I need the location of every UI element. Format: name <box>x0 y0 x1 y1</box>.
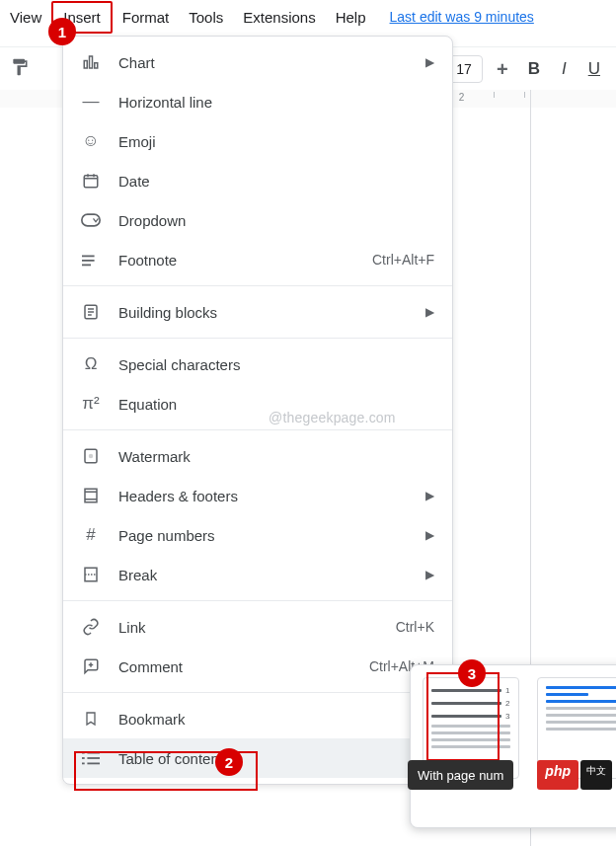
menu-item-bookmark[interactable]: Bookmark <box>63 699 452 738</box>
horizontal-line-icon: — <box>81 92 101 112</box>
menu-label: Emoji <box>118 133 434 150</box>
svg-rect-17 <box>85 489 97 502</box>
menu-label: Dropdown <box>118 212 434 229</box>
menubar: View Insert Format Tools Extensions Help… <box>0 0 616 34</box>
menu-label: Watermark <box>118 448 434 465</box>
menu-item-horizontal-line[interactable]: — Horizontal line <box>63 82 452 121</box>
menu-item-emoji[interactable]: ☺ Emoji <box>63 121 452 161</box>
menu-item-watermark[interactable]: Watermark <box>63 436 452 476</box>
watermark-icon <box>81 446 101 466</box>
menu-label: Break <box>118 567 408 583</box>
php-watermark-badge: php <box>537 760 578 790</box>
menu-item-table-of-contents[interactable]: Table of contents ▶ <box>63 738 452 778</box>
menu-item-date[interactable]: Date <box>63 161 452 200</box>
toc-submenu: 1 2 3 <box>410 664 616 828</box>
cn-watermark-badge: 中文 <box>580 760 612 790</box>
toc-icon <box>81 748 101 768</box>
menu-label: Horizontal line <box>118 94 434 111</box>
menu-item-page-numbers[interactable]: # Page numbers ▶ <box>63 515 452 555</box>
menu-label: Bookmark <box>118 711 434 728</box>
submenu-arrow-icon: ▶ <box>425 305 434 319</box>
callout-3: 3 <box>458 659 486 687</box>
submenu-arrow-icon: ▶ <box>425 528 434 542</box>
svg-rect-0 <box>84 61 87 69</box>
bold-button[interactable]: B <box>522 59 546 79</box>
svg-rect-1 <box>90 56 93 68</box>
ruler-mark: 2 <box>459 92 465 103</box>
menu-label: Building blocks <box>118 304 408 321</box>
menu-label: Special characters <box>118 356 434 373</box>
menu-item-equation[interactable]: π² Equation <box>63 384 452 423</box>
submenu-arrow-icon: ▶ <box>425 568 434 581</box>
break-icon <box>81 565 101 584</box>
menu-label: Headers & footers <box>118 488 408 504</box>
paint-format-icon[interactable] <box>10 57 30 82</box>
chart-icon <box>81 52 101 72</box>
menu-label: Table of contents <box>118 750 408 767</box>
italic-button[interactable]: I <box>556 59 573 79</box>
menu-item-link[interactable]: Link Ctrl+K <box>63 607 452 647</box>
emoji-icon: ☺ <box>81 131 101 151</box>
menu-label: Date <box>118 173 434 190</box>
menu-label: Footnote <box>118 252 354 269</box>
menu-item-dropdown[interactable]: Dropdown <box>63 200 452 240</box>
headers-footers-icon <box>81 486 101 505</box>
menu-label: Comment <box>118 658 351 675</box>
menu-item-comment[interactable]: Comment Ctrl+Alt+M <box>63 647 452 686</box>
font-size-increase[interactable]: + <box>493 58 512 81</box>
menu-label: Equation <box>118 396 434 413</box>
menu-tools[interactable]: Tools <box>179 3 233 32</box>
menu-item-break[interactable]: Break ▶ <box>63 555 452 594</box>
last-edit-link[interactable]: Last edit was 9 minutes <box>390 9 534 25</box>
shortcut: Ctrl+K <box>396 619 434 635</box>
menu-item-footnote[interactable]: Footnote Ctrl+Alt+F <box>63 240 452 279</box>
comment-icon <box>81 656 101 676</box>
menu-label: Chart <box>118 54 408 71</box>
svg-rect-3 <box>84 176 98 188</box>
callout-2: 2 <box>215 748 243 776</box>
footnote-icon <box>81 250 101 269</box>
dropdown-icon <box>81 210 101 230</box>
menu-item-chart[interactable]: Chart ▶ <box>63 42 452 82</box>
menu-help[interactable]: Help <box>326 3 376 32</box>
insert-menu: Chart ▶ — Horizontal line ☺ Emoji Date D… <box>62 36 453 785</box>
svg-point-16 <box>89 454 94 459</box>
building-blocks-icon <box>81 302 101 322</box>
page-numbers-icon: # <box>81 525 101 545</box>
pi-icon: π² <box>81 394 101 414</box>
underline-button[interactable]: U <box>582 59 606 79</box>
submenu-arrow-icon: ▶ <box>425 489 434 502</box>
bookmark-icon <box>81 709 101 729</box>
menu-view[interactable]: View <box>6 3 51 32</box>
calendar-icon <box>81 171 101 191</box>
menu-label: Page numbers <box>118 527 408 544</box>
tooltip: With page num <box>408 760 513 790</box>
menu-item-special-characters[interactable]: Ω Special characters <box>63 345 452 384</box>
menu-label: Link <box>118 619 378 636</box>
submenu-arrow-icon: ▶ <box>425 55 434 69</box>
svg-rect-2 <box>95 63 98 68</box>
menu-item-headers-footers[interactable]: Headers & footers ▶ <box>63 476 452 515</box>
callout-1: 1 <box>48 18 76 45</box>
omega-icon: Ω <box>81 354 101 374</box>
shortcut: Ctrl+Alt+F <box>372 252 434 268</box>
menu-item-building-blocks[interactable]: Building blocks ▶ <box>63 292 452 332</box>
menu-format[interactable]: Format <box>113 3 180 32</box>
menu-extensions[interactable]: Extensions <box>233 3 325 32</box>
link-icon <box>81 617 101 637</box>
